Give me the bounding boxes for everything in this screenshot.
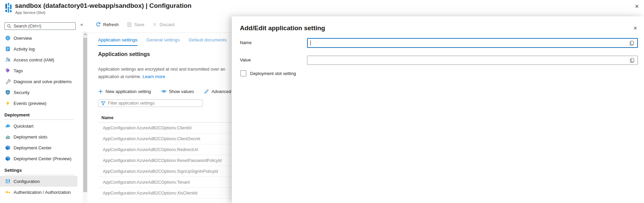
- sidebar-item-label: Deployment slots: [14, 134, 48, 140]
- sidebar-item-tags[interactable]: Tags: [0, 65, 77, 76]
- refresh-button[interactable]: Refresh: [96, 22, 119, 27]
- add-edit-setting-panel: Add/Edit application setting ✕ Name Valu…: [232, 16, 644, 203]
- blade-header: sandbox (datafactory01-webapp/sandbox) |…: [0, 0, 644, 16]
- page-title: sandbox (datafactory01-webapp/sandbox) |…: [15, 2, 191, 10]
- section-divider: [4, 175, 74, 175]
- blade-close-icon[interactable]: ✕: [633, 3, 641, 10]
- table-row[interactable]: AppConfiguration:AzureAdB2COptions:Reset…: [98, 155, 232, 166]
- tab-general-settings[interactable]: General settings: [146, 37, 179, 46]
- discard-label: Discard: [159, 22, 174, 27]
- deployment-slot-checkbox[interactable]: [240, 70, 246, 76]
- refresh-label: Refresh: [103, 22, 119, 27]
- new-setting-label: New application setting: [106, 89, 151, 94]
- table-row[interactable]: AppConfiguration:AzureAdB2COptions:Clien…: [98, 123, 232, 133]
- value-field-wrapper: [307, 56, 638, 65]
- sidebar-item-activity-log[interactable]: Activity log: [0, 43, 77, 54]
- text-cursor: [310, 40, 311, 45]
- overview-icon: [5, 35, 11, 41]
- column-header-name: Name: [98, 113, 232, 123]
- app-service-slot-icon: [5, 2, 12, 13]
- show-values-label: Show values: [169, 89, 194, 94]
- section-divider: [4, 119, 74, 120]
- shield-icon: [5, 90, 11, 95]
- sidebar-item-quickstart[interactable]: Quickstart: [0, 121, 77, 131]
- description-line2: application at runtime.Learn more: [98, 73, 232, 80]
- tab-default-documents[interactable]: Default documents: [189, 37, 227, 46]
- advanced-edit-button[interactable]: Advanced edit: [204, 89, 232, 94]
- menu-search-box: [4, 22, 76, 30]
- settings-actions: New application setting Show values Adva…: [98, 87, 232, 96]
- table-row[interactable]: AppConfiguration:AzureAdB2COptions:Redir…: [98, 144, 232, 155]
- sidebar-item-overview[interactable]: Overview: [0, 33, 77, 43]
- copy-icon[interactable]: [629, 40, 634, 46]
- sliders-icon: [5, 179, 11, 184]
- section-header-settings: Settings: [0, 166, 77, 174]
- description-line1: Application settings are encrypted at re…: [98, 66, 232, 73]
- advanced-edit-label: Advanced edit: [211, 89, 232, 94]
- sidebar-item-deployment-slots[interactable]: Deployment slots: [0, 131, 77, 142]
- sidebar-item-deployment-center-preview[interactable]: Deployment Center (Preview): [0, 153, 77, 164]
- menu-scrollbar[interactable]: [83, 32, 88, 203]
- search-icon: [7, 24, 12, 29]
- discard-x-icon: [152, 22, 157, 27]
- tab-application-settings[interactable]: Application settings: [98, 37, 137, 46]
- value-field-label: Value: [240, 57, 251, 62]
- section-title: Application settings: [98, 51, 232, 58]
- bar-chart-icon: [5, 134, 11, 140]
- scroll-up-icon[interactable]: [83, 32, 88, 37]
- name-field-label: Name: [240, 40, 252, 45]
- sidebar-item-deployment-center[interactable]: Deployment Center: [0, 142, 77, 153]
- save-icon: [127, 22, 132, 27]
- learn-more-link[interactable]: Learn more: [143, 74, 165, 79]
- sidebar-item-label: Diagnose and solve problems: [14, 79, 72, 84]
- section-description: Application settings are encrypted at re…: [98, 66, 232, 80]
- sidebar-item-diagnose[interactable]: Diagnose and solve problems: [0, 76, 77, 87]
- sidebar-item-label: Deployment Center (Preview): [14, 156, 72, 161]
- sidebar-item-label: Overview: [14, 36, 32, 41]
- name-field-wrapper: [307, 38, 638, 48]
- sidebar-item-events[interactable]: Events (preview): [0, 98, 77, 109]
- value-input[interactable]: [310, 58, 629, 63]
- discard-button[interactable]: Discard: [152, 22, 174, 27]
- save-button[interactable]: Save: [127, 22, 145, 27]
- cube-icon: [5, 156, 11, 161]
- table-row[interactable]: AppConfiguration:AzureAdB2COptions:SignU…: [98, 166, 232, 177]
- name-input[interactable]: [311, 40, 629, 45]
- scrollbar-thumb[interactable]: [83, 38, 87, 192]
- table-row[interactable]: AppConfiguration:AzureAdB2COptions:Tenan…: [98, 177, 232, 188]
- search-input[interactable]: [14, 24, 73, 29]
- panel-title: Add/Edit application setting: [240, 24, 325, 32]
- tags-icon: [5, 68, 11, 73]
- azure-portal-page: sandbox (datafactory01-webapp/sandbox) |…: [0, 0, 644, 203]
- filter-input[interactable]: [108, 101, 200, 106]
- filter-box: [98, 99, 203, 107]
- sidebar-item-label: Authentication / Authorization: [14, 190, 71, 195]
- lightning-icon: [5, 100, 11, 106]
- show-values-button[interactable]: Show values: [161, 89, 194, 94]
- sidebar-item-configuration[interactable]: Configuration: [0, 176, 77, 187]
- sidebar-item-authentication[interactable]: Authentication / Authorization: [0, 187, 77, 198]
- sidebar-item-label: Security: [14, 90, 30, 95]
- configuration-blade: Refresh Save Discard Application setting…: [89, 16, 232, 203]
- refresh-icon: [96, 22, 101, 27]
- page-subtitle: App Service (Slot): [15, 11, 45, 15]
- settings-tabs: Application settings General settings De…: [89, 37, 232, 46]
- panel-close-icon[interactable]: ✕: [632, 25, 639, 32]
- pencil-icon: [204, 89, 209, 94]
- sidebar-item-label: Tags: [14, 68, 23, 73]
- table-row[interactable]: AppConfiguration:AzureAdB2COptions:XlsCl…: [98, 188, 232, 199]
- filter-funnel-icon: [101, 101, 106, 106]
- table-row[interactable]: AppConfiguration:AzureAdB2COptions:Clien…: [98, 133, 232, 144]
- collapse-menu-button[interactable]: «: [78, 20, 86, 28]
- sidebar-item-access-control[interactable]: Access control (IAM): [0, 54, 77, 65]
- cloud-lightning-icon: [5, 123, 11, 129]
- save-label: Save: [134, 22, 145, 27]
- sidebar-item-label: Access control (IAM): [14, 57, 54, 62]
- sidebar-item-security[interactable]: Security: [0, 87, 77, 98]
- new-application-setting-button[interactable]: New application setting: [98, 89, 151, 94]
- deployment-slot-checkbox-label: Deployment slot setting: [250, 71, 296, 76]
- resource-menu: Overview Activity log Access control (IA…: [0, 16, 77, 203]
- wrench-icon: [5, 79, 11, 84]
- copy-icon[interactable]: [629, 58, 635, 63]
- menu-rail: «: [77, 16, 89, 203]
